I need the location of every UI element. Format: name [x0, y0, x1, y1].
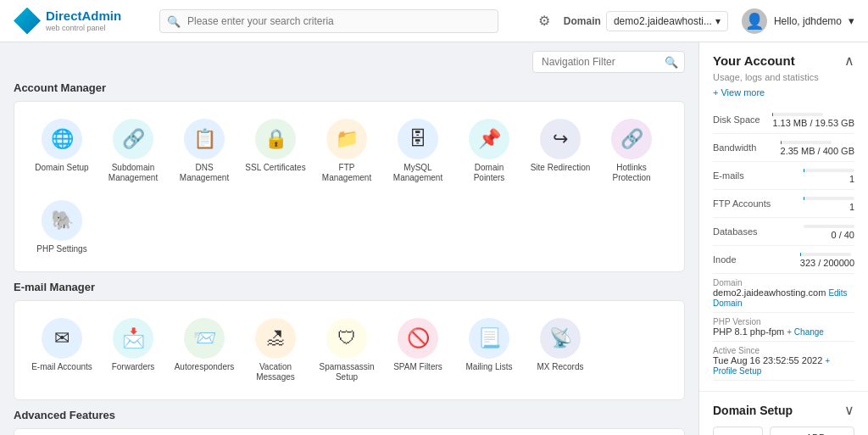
domain-setup-collapse[interactable]: ∨: [844, 402, 854, 418]
your-account-title: Your Account: [713, 53, 795, 68]
stat-row: Disk Space1.13 MB / 19.53 GB: [713, 106, 854, 134]
domain-label: Domain: [564, 15, 601, 27]
icon-circle-domain-pointers: 📌: [469, 119, 509, 159]
icon-label-site-redirection: Site Redirection: [531, 163, 591, 173]
stat-row: Inode323 / 200000: [713, 246, 854, 274]
stat-bar: [804, 169, 804, 172]
stat-right: 1: [804, 167, 854, 184]
icon-label-dns-management: DNS Management: [174, 163, 235, 183]
domain-setup-buttons: ✏ EDIT + ADD WIDGET: [713, 427, 854, 435]
icon-label-mailing-lists: Mailing Lists: [465, 362, 512, 372]
icon-item-email-accounts[interactable]: ✉E-mail Accounts: [28, 311, 96, 389]
stat-label: Disk Space: [713, 114, 760, 125]
icon-item-vacation-messages[interactable]: 🏖Vacation Messages: [242, 311, 309, 389]
icon-circle-mysql-management: 🗄: [398, 119, 438, 159]
domain-dropdown[interactable]: demo2.jaideawhosti... ▾: [606, 11, 728, 31]
user-chevron-icon: ▾: [849, 14, 854, 27]
icon-item-mysql-management[interactable]: 🗄MySQL Management: [384, 112, 452, 190]
your-account-panel: Your Account ∧ Usage, logs and statistic…: [699, 42, 868, 392]
edit-button[interactable]: ✏ EDIT: [713, 427, 763, 435]
icon-circle-ftp-management: 📁: [326, 119, 367, 159]
settings-button[interactable]: ⚙: [538, 13, 550, 29]
stat-bar-wrap: [772, 113, 823, 116]
domain-setup-panel: Domain Setup ∨ ✏ EDIT + ADD WIDGET: [699, 392, 868, 435]
avatar: 👤: [742, 8, 767, 34]
section-title-advanced-features: Advanced Features: [14, 409, 685, 421]
search-input[interactable]: [159, 9, 498, 33]
content-area: 🔍 Account Manager🌐Domain Setup🔗Subdomain…: [0, 42, 698, 435]
nav-filter-wrap: 🔍: [532, 51, 685, 73]
icon-circle-subdomain-management: 🔗: [113, 119, 153, 159]
icon-label-hotlinks-protection: Hotlinks Protection: [601, 163, 662, 183]
icon-item-php-settings[interactable]: 🐘PHP Settings: [28, 193, 96, 261]
icon-label-forwarders: Forwarders: [112, 362, 155, 372]
icon-item-ftp-management[interactable]: 📁FTP Management: [313, 112, 381, 190]
section-block-advanced-features: 🔴Apache Handlers📂Catch-All E-mail💾Create…: [14, 428, 685, 435]
stat-row: Databases0 / 40: [713, 218, 854, 246]
icon-item-autoresponders[interactable]: 📨Autoresponders: [170, 311, 238, 389]
icon-item-forwarders[interactable]: 📩Forwarders: [99, 311, 167, 389]
user-menu[interactable]: 👤 Hello, jdhdemo ▾: [742, 8, 854, 34]
icon-item-site-redirection[interactable]: ↪Site Redirection: [526, 112, 594, 190]
stat-bar-wrap: [804, 225, 854, 228]
icon-circle-domain-setup: 🌐: [42, 119, 82, 159]
icon-circle-forwarders: 📩: [113, 318, 153, 359]
logo: DirectAdmin web control panel: [14, 8, 149, 35]
icon-label-mysql-management: MySQL Management: [387, 163, 448, 183]
chevron-down-icon: ▾: [715, 15, 721, 27]
app-name: DirectAdmin: [46, 8, 121, 23]
stat-label: Inode: [713, 254, 737, 265]
search-bar: 🔍: [159, 9, 498, 33]
account-subtitle: Usage, logs and statistics: [713, 72, 854, 82]
icon-item-ssl-certificates[interactable]: 🔒SSL Certificates: [242, 112, 309, 190]
topnav: DirectAdmin web control panel 🔍 ⚙ Domain…: [0, 0, 868, 42]
stat-value: 1: [849, 174, 854, 184]
stat-row: FTP Accounts1: [713, 190, 854, 218]
nav-filter-icon: 🔍: [665, 56, 678, 69]
your-account-collapse[interactable]: ∧: [844, 53, 854, 69]
icon-circle-spamassassin-setup: 🛡: [326, 318, 367, 359]
active-since-row: Active Since Tue Aug 16 23:52:55 2022 + …: [713, 342, 854, 381]
icon-circle-mx-records: 📡: [540, 318, 581, 359]
section-block-email-manager: ✉E-mail Accounts📩Forwarders📨Autoresponde…: [14, 300, 685, 400]
nav-filter-input[interactable]: [532, 51, 685, 73]
icon-circle-email-accounts: ✉: [42, 318, 82, 359]
icon-label-vacation-messages: Vacation Messages: [245, 362, 306, 382]
stat-right: 1.13 MB / 19.53 GB: [772, 111, 854, 128]
section-title-account-manager: Account Manager: [14, 81, 685, 94]
icon-label-domain-setup: Domain Setup: [35, 163, 88, 173]
active-since-label: Active Since: [713, 346, 854, 355]
icon-label-autoresponders: Autoresponders: [175, 362, 235, 372]
php-change-link[interactable]: + Change: [787, 327, 824, 337]
stats-container: Disk Space1.13 MB / 19.53 GBBandwidth2.3…: [713, 106, 854, 274]
stat-bar-wrap: [804, 197, 854, 200]
icon-item-mx-records[interactable]: 📡MX Records: [526, 311, 594, 389]
domain-select-wrap: Domain demo2.jaideawhosti... ▾: [564, 11, 728, 31]
stat-value: 0 / 40: [831, 230, 854, 240]
icon-item-subdomain-management[interactable]: 🔗Subdomain Management: [99, 112, 167, 190]
icon-item-dns-management[interactable]: 📋DNS Management: [170, 112, 238, 190]
search-icon: 🔍: [167, 14, 181, 27]
icon-item-mailing-lists[interactable]: 📃Mailing Lists: [455, 311, 523, 389]
stat-value: 323 / 200000: [800, 258, 854, 268]
domain-value: demo2.jaideawhosti...: [614, 15, 712, 27]
icon-label-php-settings: PHP Settings: [36, 244, 86, 254]
stat-bar-wrap: [800, 253, 851, 256]
icon-circle-site-redirection: ↪: [540, 119, 581, 159]
view-more-link[interactable]: + View more: [713, 87, 854, 98]
icon-item-domain-setup[interactable]: 🌐Domain Setup: [28, 112, 96, 190]
add-widget-button[interactable]: + ADD WIDGET: [770, 427, 854, 435]
icon-item-spam-filters[interactable]: 🚫SPAM Filters: [384, 311, 452, 389]
icon-circle-autoresponders: 📨: [184, 318, 225, 359]
icon-circle-mailing-lists: 📃: [469, 318, 509, 359]
icon-grid-account-manager: 🌐Domain Setup🔗Subdomain Management📋DNS M…: [28, 112, 670, 261]
icon-circle-spam-filters: 🚫: [398, 318, 438, 359]
logo-diamond: [14, 8, 41, 35]
icon-label-spam-filters: SPAM Filters: [393, 362, 442, 372]
icon-item-hotlinks-protection[interactable]: 🔗Hotlinks Protection: [598, 112, 665, 190]
icon-item-domain-pointers[interactable]: 📌Domain Pointers: [455, 112, 523, 190]
icon-item-spamassassin-setup[interactable]: 🛡Spamassassin Setup: [313, 311, 381, 389]
section-title-email-manager: E-mail Manager: [14, 281, 685, 293]
icon-label-mx-records: MX Records: [537, 362, 583, 372]
sidebar: Your Account ∧ Usage, logs and statistic…: [698, 42, 868, 435]
